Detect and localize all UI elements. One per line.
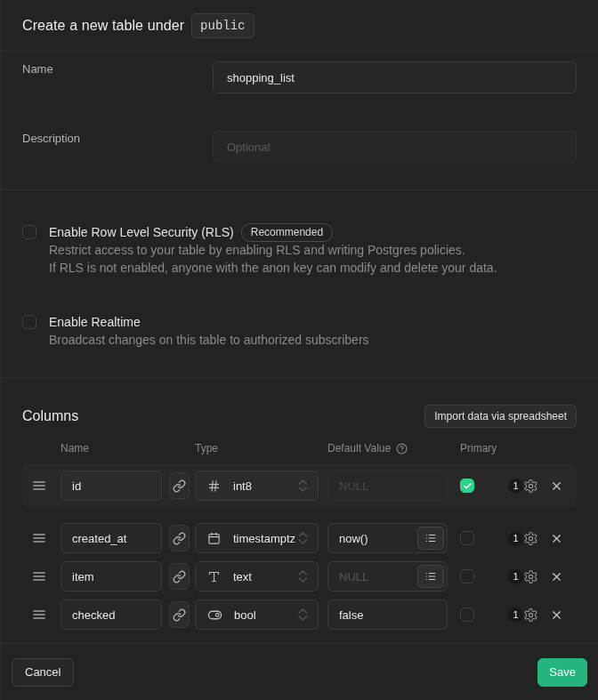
column-name-input[interactable]	[61, 561, 162, 591]
column-settings-button[interactable]: 1	[508, 531, 538, 546]
table-info-section: Name Description	[1, 52, 598, 190]
link-icon	[173, 608, 186, 622]
columns-title: Columns	[22, 408, 78, 424]
name-label: Name	[22, 61, 213, 76]
create-table-panel: Create a new table under public Name Des…	[0, 0, 598, 700]
column-header-name: Name	[61, 441, 89, 455]
realtime-description: Broadcast changes on this table to autho…	[49, 331, 369, 349]
primary-checkbox[interactable]	[460, 607, 474, 622]
calendar-icon	[207, 532, 222, 545]
column-default-input[interactable]	[327, 599, 448, 630]
column-row: text 1	[22, 561, 577, 591]
schema-badge: public	[191, 13, 254, 38]
drag-handle-icon[interactable]	[33, 609, 47, 620]
chevrons-up-down-icon	[298, 479, 311, 492]
rls-label: Enable Row Level Security (RLS)	[49, 225, 234, 239]
recommended-badge: Recommended	[241, 223, 333, 242]
column-name-input[interactable]	[61, 471, 162, 501]
link-icon	[173, 479, 186, 493]
close-icon	[550, 479, 563, 493]
close-icon	[550, 570, 563, 583]
chevrons-up-down-icon	[298, 570, 311, 583]
settings-count-badge: 1	[508, 607, 523, 623]
drag-handle-icon[interactable]	[33, 533, 47, 543]
primary-checkbox[interactable]	[460, 569, 474, 583]
check-icon	[463, 481, 473, 491]
table-description-input[interactable]	[213, 131, 577, 163]
column-type-value: text	[233, 570, 252, 583]
columns-header-bar: Columns Import data via spreadsheet	[22, 406, 577, 427]
description-row: Description	[22, 131, 577, 163]
table-name-input[interactable]	[213, 61, 577, 93]
rls-checkbox[interactable]	[22, 225, 36, 239]
column-type-select[interactable]: timestamptz	[195, 523, 319, 553]
column-name-input[interactable]	[61, 523, 162, 553]
column-type-value: bool	[234, 608, 256, 622]
primary-checkbox[interactable]	[460, 531, 474, 545]
drag-handle-icon[interactable]	[33, 571, 47, 582]
foreign-key-button[interactable]	[169, 563, 190, 590]
column-row: bool 1	[22, 599, 577, 630]
foreign-key-button[interactable]	[169, 472, 190, 499]
remove-column-button[interactable]	[550, 608, 563, 622]
column-settings-button[interactable]: 1	[508, 479, 538, 494]
text-type-icon	[207, 570, 222, 583]
toggle-icon	[207, 607, 222, 623]
remove-column-button[interactable]	[550, 479, 563, 493]
foreign-key-button[interactable]	[169, 601, 190, 628]
column-row: int8 1	[22, 463, 577, 508]
column-row: timestamptz 1	[22, 523, 577, 553]
rls-description-line1: Restrict access to your table by enablin…	[49, 241, 497, 259]
link-icon	[173, 532, 186, 545]
panel-header: Create a new table under public	[1, 0, 598, 52]
panel-footer: Cancel Save	[1, 644, 598, 700]
column-type-value: int8	[233, 479, 252, 493]
drag-handle-icon[interactable]	[33, 480, 47, 491]
column-header-primary: Primary	[460, 441, 497, 455]
panel-title: Create a new table under	[22, 18, 184, 34]
foreign-key-button[interactable]	[169, 525, 190, 551]
column-rows: int8 1	[22, 463, 577, 630]
list-icon	[424, 532, 437, 544]
gear-icon	[523, 607, 538, 623]
help-circle-icon[interactable]	[396, 443, 408, 455]
cancel-button[interactable]: Cancel	[12, 658, 74, 687]
chevrons-up-down-icon	[298, 532, 311, 544]
settings-count-badge: 1	[508, 479, 523, 494]
close-icon	[550, 608, 563, 622]
column-name-input[interactable]	[61, 599, 162, 630]
realtime-checkbox[interactable]	[22, 315, 36, 329]
column-type-select[interactable]: int8	[195, 471, 319, 501]
table-options-section: Enable Row Level Security (RLS) Recommen…	[1, 190, 598, 378]
rls-description-line2: If RLS is not enabled, anyone with the a…	[49, 259, 497, 277]
link-icon	[173, 570, 186, 583]
default-suggestions-button[interactable]	[417, 527, 444, 550]
column-settings-button[interactable]: 1	[508, 569, 538, 584]
column-header-default: Default Value	[327, 441, 391, 455]
gear-icon	[523, 479, 538, 494]
default-suggestions-button[interactable]	[417, 565, 444, 588]
rls-option: Enable Row Level Security (RLS) Recommen…	[22, 223, 577, 277]
remove-column-button[interactable]	[550, 570, 563, 583]
remove-column-button[interactable]	[550, 532, 563, 545]
settings-count-badge: 1	[508, 531, 523, 546]
column-type-select[interactable]: bool	[195, 599, 319, 630]
column-type-select[interactable]: text	[195, 561, 319, 591]
gear-icon	[523, 531, 538, 546]
import-spreadsheet-button[interactable]: Import data via spreadsheet	[424, 405, 577, 428]
column-settings-button[interactable]: 1	[508, 607, 538, 623]
columns-section: Columns Import data via spreadsheet Name…	[1, 378, 598, 644]
primary-checkbox[interactable]	[460, 479, 474, 493]
columns-header-row: Name Type Default Value Primary	[22, 441, 577, 455]
gear-icon	[523, 569, 538, 584]
chevrons-up-down-icon	[298, 608, 311, 621]
list-icon	[424, 570, 437, 583]
realtime-option: Enable Realtime Broadcast changes on thi…	[22, 313, 577, 349]
save-button[interactable]: Save	[537, 658, 587, 687]
column-type-value: timestamptz	[233, 532, 295, 545]
name-row: Name	[22, 61, 577, 93]
realtime-label: Enable Realtime	[49, 315, 141, 329]
close-icon	[550, 532, 563, 545]
column-header-type: Type	[195, 441, 218, 455]
column-default-input[interactable]	[327, 471, 448, 501]
